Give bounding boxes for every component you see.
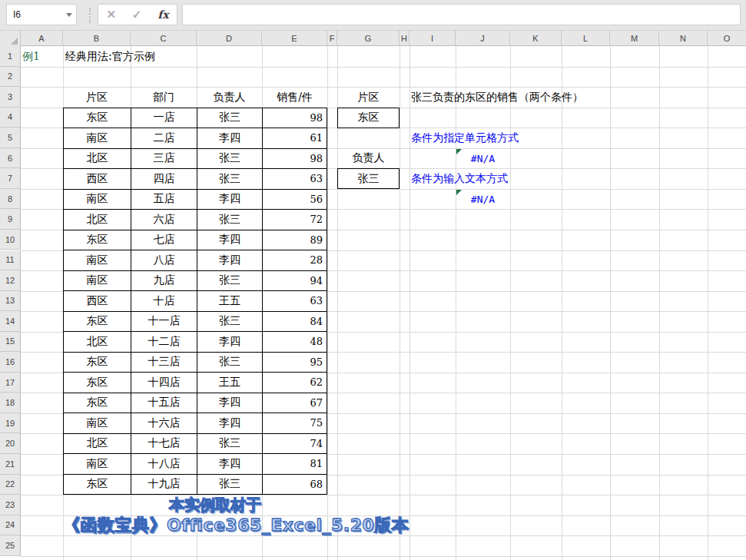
column-header-A[interactable]: A [21, 31, 63, 46]
cell-g4-criteria-region[interactable]: 东区 [337, 108, 400, 128]
table-cell-person[interactable]: 李四 [197, 190, 263, 210]
column-header-H[interactable]: H [400, 31, 409, 46]
table-cell-region[interactable]: 南区 [64, 128, 131, 148]
table-header-region[interactable]: 片区 [63, 87, 131, 108]
table-cell-person[interactable]: 张三 [197, 210, 263, 230]
table-cell-sales[interactable]: 94 [263, 271, 327, 291]
row-header-22[interactable]: 22 [0, 475, 21, 495]
insert-function-icon[interactable]: fx [157, 8, 168, 21]
row-header-17[interactable]: 17 [0, 373, 21, 393]
row-header-21[interactable]: 21 [0, 454, 21, 475]
column-header-I[interactable]: I [409, 31, 456, 46]
cell-g3[interactable]: 片区 [337, 87, 400, 108]
table-cell-sales[interactable]: 74 [263, 434, 327, 454]
table-cell-department[interactable]: 十九店 [131, 475, 197, 495]
table-cell-region[interactable]: 南区 [64, 413, 131, 433]
row-header-25[interactable]: 25 [0, 535, 21, 556]
table-cell-person[interactable]: 李四 [197, 230, 263, 250]
table-cell-region[interactable]: 西区 [64, 291, 131, 311]
row-header-8[interactable]: 8 [0, 189, 21, 210]
column-header-G[interactable]: G [337, 31, 400, 46]
table-cell-person[interactable]: 李四 [197, 393, 263, 413]
table-cell-person[interactable]: 王五 [197, 291, 263, 311]
column-header-D[interactable]: D [197, 31, 262, 46]
row-header-4[interactable]: 4 [0, 108, 21, 128]
table-cell-department[interactable]: 十四店 [131, 373, 197, 393]
column-header-J[interactable]: J [456, 31, 510, 46]
table-cell-sales[interactable]: 62 [263, 373, 327, 393]
table-cell-sales[interactable]: 75 [263, 413, 327, 433]
table-cell-department[interactable]: 八店 [131, 250, 197, 270]
table-cell-region[interactable]: 南区 [64, 190, 131, 210]
table-cell-person[interactable]: 李四 [197, 250, 263, 270]
cell-j6-error-value[interactable]: #N/A [456, 148, 510, 169]
name-box-dropdown[interactable] [62, 5, 76, 25]
table-cell-sales[interactable]: 89 [263, 230, 327, 250]
table-cell-department[interactable]: 十五店 [131, 393, 197, 413]
table-cell-sales[interactable]: 48 [263, 332, 327, 352]
table-cell-region[interactable]: 东区 [64, 108, 131, 128]
cell-g6-label[interactable]: 负责人 [337, 148, 400, 169]
sales-table[interactable]: 东区一店张三98南区二店李四61北区三店张三98西区四店张三63南区五店李四56… [63, 108, 327, 495]
table-cell-person[interactable]: 张三 [197, 108, 263, 128]
enter-icon[interactable]: ✓ [132, 8, 142, 22]
table-cell-department[interactable]: 十店 [131, 291, 197, 311]
row-header-19[interactable]: 19 [0, 413, 21, 434]
formula-input[interactable] [182, 4, 741, 25]
table-cell-sales[interactable]: 81 [263, 454, 327, 474]
table-cell-department[interactable]: 十二店 [131, 332, 197, 352]
table-cell-region[interactable]: 南区 [64, 250, 131, 270]
row-header-13[interactable]: 13 [0, 291, 21, 312]
row-header-24[interactable]: 24 [0, 515, 21, 536]
cell-b1[interactable]: 经典用法:官方示例 [65, 46, 265, 67]
row-header-15[interactable]: 15 [0, 332, 21, 353]
row-header-10[interactable]: 10 [0, 230, 21, 250]
table-cell-sales[interactable]: 67 [263, 393, 327, 413]
table-header-sales[interactable]: 销售/件 [262, 87, 327, 108]
row-header-5[interactable]: 5 [0, 128, 21, 148]
table-cell-person[interactable]: 张三 [197, 149, 263, 169]
table-cell-region[interactable]: 北区 [64, 434, 131, 454]
table-cell-region[interactable]: 北区 [64, 149, 131, 169]
table-cell-region[interactable]: 北区 [64, 332, 131, 352]
table-cell-person[interactable]: 王五 [197, 373, 263, 393]
table-cell-region[interactable]: 东区 [64, 353, 131, 373]
table-cell-department[interactable]: 四店 [131, 169, 197, 189]
row-header-23[interactable]: 23 [0, 495, 21, 515]
table-cell-person[interactable]: 张三 [197, 434, 263, 454]
table-cell-sales[interactable]: 56 [263, 190, 327, 210]
cell-j8-error-value[interactable]: #N/A [456, 189, 510, 210]
table-cell-region[interactable]: 南区 [64, 454, 131, 474]
table-cell-person[interactable]: 张三 [197, 475, 263, 495]
table-cell-sales[interactable]: 98 [263, 108, 327, 128]
table-cell-region[interactable]: 东区 [64, 393, 131, 413]
column-header-M[interactable]: M [610, 31, 659, 46]
row-header-1[interactable]: 1 [0, 46, 21, 67]
row-header-18[interactable]: 18 [0, 393, 21, 413]
cell-i5-note[interactable]: 条件为指定单元格方式 [411, 128, 603, 148]
table-cell-sales[interactable]: 95 [263, 353, 327, 373]
table-cell-region[interactable]: 南区 [64, 271, 131, 291]
column-header-E[interactable]: E [262, 31, 327, 46]
table-cell-department[interactable]: 十七店 [131, 434, 197, 454]
row-header-6[interactable]: 6 [0, 148, 21, 169]
table-header-department[interactable]: 部门 [131, 87, 197, 108]
table-cell-sales[interactable]: 28 [263, 250, 327, 270]
table-cell-department[interactable]: 二店 [131, 128, 197, 148]
table-cell-department[interactable]: 九店 [131, 271, 197, 291]
table-cell-person[interactable]: 李四 [197, 413, 263, 433]
row-header-3[interactable]: 3 [0, 87, 21, 108]
column-header-F[interactable]: F [327, 31, 337, 46]
table-cell-sales[interactable]: 84 [263, 312, 327, 332]
table-cell-region[interactable]: 西区 [64, 169, 131, 189]
table-cell-sales[interactable]: 98 [263, 149, 327, 169]
row-header-12[interactable]: 12 [0, 270, 21, 291]
column-header-N[interactable]: N [659, 31, 708, 46]
table-cell-department[interactable]: 十八店 [131, 454, 197, 474]
table-cell-person[interactable]: 李四 [197, 454, 263, 474]
table-cell-region[interactable]: 东区 [64, 312, 131, 332]
cell-a1[interactable]: 例1 [22, 46, 62, 67]
select-all-corner[interactable] [0, 31, 21, 46]
table-cell-department[interactable]: 五店 [131, 190, 197, 210]
row-header-7[interactable]: 7 [0, 168, 21, 189]
